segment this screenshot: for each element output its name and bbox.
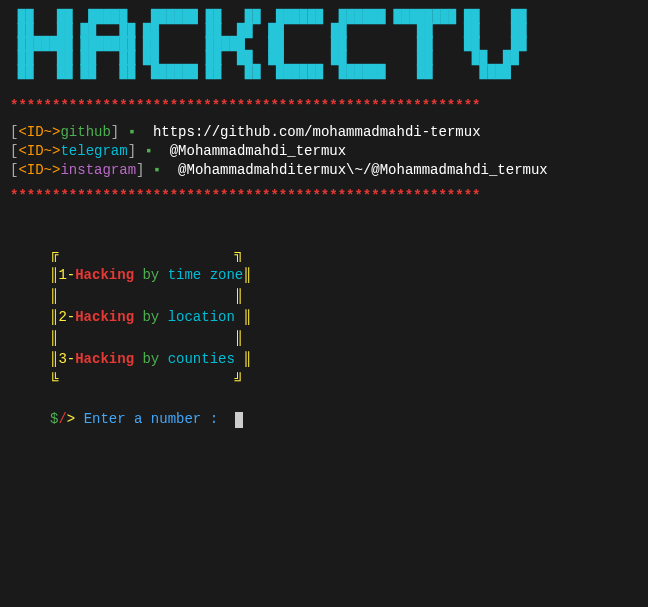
ascii-banner: ██ ██ █████ ██████ ██ ██ ██████ ██████ █… [10, 10, 638, 78]
cursor-icon [235, 412, 243, 428]
menu-item-2[interactable]: ║2-Hacking by location ║ [50, 307, 252, 328]
menu-item-3[interactable]: ║3-Hacking by counties ║ [50, 349, 252, 370]
instagram-line: [<ID~>instagram] ▪ @Mohammadmahditermux\… [10, 162, 638, 178]
divider-bottom: ****************************************… [10, 188, 638, 204]
menu-section: ╔ ╗ ║1-Hacking by time zone║ ║ ║ ║2-Hack… [50, 244, 638, 391]
telegram-line: [<ID~>telegram] ▪ @Mohammadmahdi_termux [10, 143, 638, 159]
github-line: [<ID~>github] ▪ https://github.com/moham… [10, 124, 638, 140]
menu-box: ╔ ╗ ║1-Hacking by time zone║ ║ ║ ║2-Hack… [50, 244, 252, 391]
info-section: [<ID~>github] ▪ https://github.com/moham… [10, 124, 638, 178]
divider-top: ****************************************… [10, 98, 638, 114]
prompt-line[interactable]: $/> Enter a number : [50, 411, 638, 427]
menu-item-1[interactable]: ║1-Hacking by time zone║ [50, 265, 252, 286]
